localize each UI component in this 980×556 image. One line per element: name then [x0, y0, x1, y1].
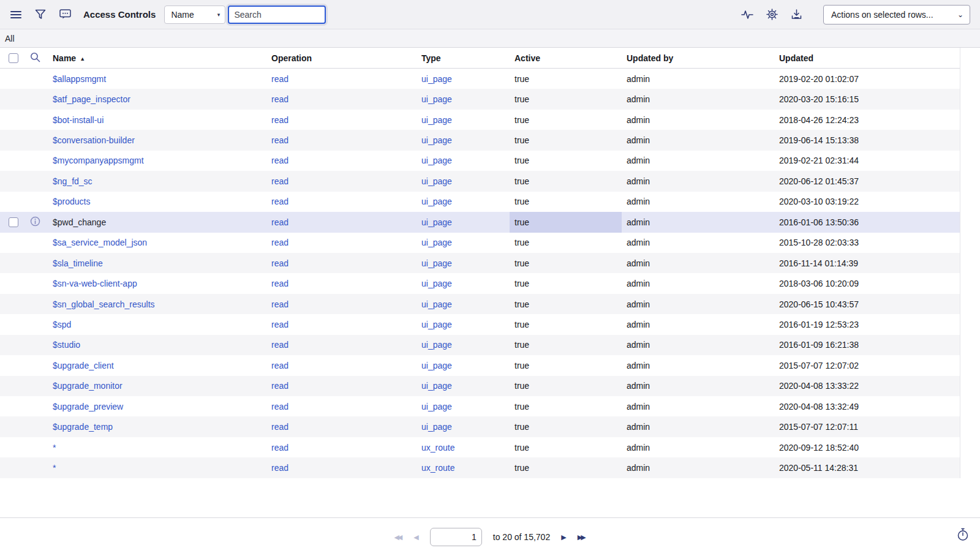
type-link[interactable]: ui_page: [421, 279, 452, 288]
type-link[interactable]: ui_page: [421, 381, 452, 391]
search-field-select[interactable]: Name ▾: [164, 6, 225, 24]
row-checkbox[interactable]: [9, 217, 18, 227]
table-row[interactable]: * read ux_route true admin 2020-09-12 18…: [0, 437, 960, 457]
type-link[interactable]: ui_page: [421, 422, 452, 432]
gear-icon[interactable]: [766, 9, 778, 21]
operation-link[interactable]: read: [271, 156, 288, 165]
record-name-link[interactable]: $allappsmgmt: [53, 74, 106, 84]
operation-link[interactable]: read: [271, 402, 288, 411]
record-name-link[interactable]: *: [53, 443, 56, 453]
chat-icon[interactable]: [59, 9, 71, 21]
operation-link[interactable]: read: [271, 197, 288, 206]
column-header-active[interactable]: Active: [510, 53, 622, 63]
operation-link[interactable]: read: [271, 320, 288, 329]
type-link[interactable]: ui_page: [421, 156, 452, 165]
table-row[interactable]: $conversation-builder read ui_page true …: [0, 130, 960, 150]
table-row[interactable]: $atf_page_inspector read ui_page true ad…: [0, 89, 960, 109]
operation-link[interactable]: read: [271, 176, 288, 186]
table-row[interactable]: $studio read ui_page true admin 2016-01-…: [0, 335, 960, 355]
first-page-button[interactable]: ◀◀: [394, 533, 402, 541]
table-row[interactable]: $sn_global_search_results read ui_page t…: [0, 294, 960, 314]
operation-link[interactable]: read: [271, 135, 288, 145]
select-all-checkbox[interactable]: [9, 53, 18, 63]
table-row[interactable]: $products read ui_page true admin 2020-0…: [0, 192, 960, 212]
search-input[interactable]: [228, 6, 326, 24]
operation-link[interactable]: read: [271, 238, 288, 247]
table-row[interactable]: $upgrade_client read ui_page true admin …: [0, 355, 960, 375]
previous-page-button[interactable]: ◀: [413, 533, 418, 541]
record-name-link[interactable]: $sla_timeline: [53, 258, 103, 268]
record-name-link[interactable]: $sn_global_search_results: [53, 299, 155, 309]
record-name-link[interactable]: $spd: [53, 320, 71, 329]
operation-link[interactable]: read: [271, 381, 288, 391]
type-link[interactable]: ui_page: [421, 74, 452, 84]
table-row[interactable]: * read ux_route true admin 2020-05-11 14…: [0, 457, 960, 478]
record-name-link[interactable]: $sn-va-web-client-app: [53, 279, 137, 288]
type-link[interactable]: ui_page: [421, 299, 452, 309]
filter-icon[interactable]: [34, 9, 47, 21]
type-link[interactable]: ui_page: [421, 197, 452, 206]
table-row[interactable]: $ng_fd_sc read ui_page true admin 2020-0…: [0, 171, 960, 191]
breadcrumb-all-label[interactable]: All: [5, 34, 15, 43]
operation-link[interactable]: read: [271, 422, 288, 432]
table-row[interactable]: $upgrade_monitor read ui_page true admin…: [0, 376, 960, 396]
table-row[interactable]: $upgrade_preview read ui_page true admin…: [0, 396, 960, 416]
menu-icon[interactable]: [10, 9, 22, 21]
type-link[interactable]: ui_page: [421, 238, 452, 247]
record-name-link[interactable]: $studio: [53, 340, 80, 350]
operation-link[interactable]: read: [271, 443, 288, 453]
type-link[interactable]: ui_page: [421, 135, 452, 145]
record-name-link[interactable]: $bot-install-ui: [53, 115, 104, 125]
operation-link[interactable]: read: [271, 463, 288, 473]
type-link[interactable]: ux_route: [421, 443, 454, 453]
info-icon[interactable]: [30, 219, 40, 228]
table-row[interactable]: $upgrade_temp read ui_page true admin 20…: [0, 416, 960, 437]
record-name-link[interactable]: $mycompanyappsmgmt: [53, 156, 144, 165]
column-header-operation[interactable]: Operation: [266, 53, 417, 63]
type-link[interactable]: ui_page: [421, 320, 452, 329]
record-name-link[interactable]: $pwd_change: [53, 217, 106, 227]
column-header-type[interactable]: Type: [417, 53, 510, 63]
type-link[interactable]: ui_page: [421, 361, 452, 370]
breadcrumb[interactable]: All: [0, 29, 980, 48]
search-icon[interactable]: [30, 54, 40, 64]
operation-link[interactable]: read: [271, 279, 288, 288]
download-icon[interactable]: [790, 9, 802, 21]
table-row[interactable]: $pwd_change read ui_page true admin 2016…: [0, 212, 960, 232]
record-name-link[interactable]: *: [53, 463, 56, 473]
table-row[interactable]: $mycompanyappsmgmt read ui_page true adm…: [0, 151, 960, 171]
record-name-link[interactable]: $atf_page_inspector: [53, 94, 130, 104]
record-name-link[interactable]: $conversation-builder: [53, 135, 135, 145]
type-link[interactable]: ui_page: [421, 217, 452, 227]
next-page-button[interactable]: ▶: [561, 533, 566, 541]
table-row[interactable]: $sn-va-web-client-app read ui_page true …: [0, 273, 960, 293]
page-number-input[interactable]: [430, 528, 482, 546]
table-row[interactable]: $bot-install-ui read ui_page true admin …: [0, 110, 960, 130]
operation-link[interactable]: read: [271, 340, 288, 350]
type-link[interactable]: ui_page: [421, 94, 452, 104]
column-header-updated-by[interactable]: Updated by: [622, 53, 774, 63]
column-header-name[interactable]: Name▲: [48, 53, 266, 63]
record-name-link[interactable]: $sa_service_model_json: [53, 238, 147, 247]
table-row[interactable]: $sla_timeline read ui_page true admin 20…: [0, 253, 960, 273]
table-row[interactable]: $allappsmgmt read ui_page true admin 201…: [0, 69, 960, 89]
operation-link[interactable]: read: [271, 361, 288, 370]
table-row[interactable]: $sa_service_model_json read ui_page true…: [0, 233, 960, 253]
last-page-button[interactable]: ▶▶: [578, 533, 586, 541]
record-name-link[interactable]: $upgrade_monitor: [53, 381, 123, 391]
operation-link[interactable]: read: [271, 258, 288, 268]
record-name-link[interactable]: $products: [53, 197, 90, 206]
actions-dropdown[interactable]: Actions on selected rows... ⌄: [823, 5, 970, 24]
response-time-icon[interactable]: [957, 528, 969, 544]
type-link[interactable]: ux_route: [421, 463, 454, 473]
table-row[interactable]: $spd read ui_page true admin 2016-01-19 …: [0, 314, 960, 334]
column-header-updated[interactable]: Updated: [774, 53, 960, 63]
operation-link[interactable]: read: [271, 74, 288, 84]
operation-link[interactable]: read: [271, 299, 288, 309]
record-name-link[interactable]: $upgrade_client: [53, 361, 114, 370]
type-link[interactable]: ui_page: [421, 115, 452, 125]
record-name-link[interactable]: $upgrade_temp: [53, 422, 113, 432]
record-name-link[interactable]: $upgrade_preview: [53, 402, 123, 411]
ai-pulse-icon[interactable]: [741, 9, 753, 21]
type-link[interactable]: ui_page: [421, 402, 452, 411]
